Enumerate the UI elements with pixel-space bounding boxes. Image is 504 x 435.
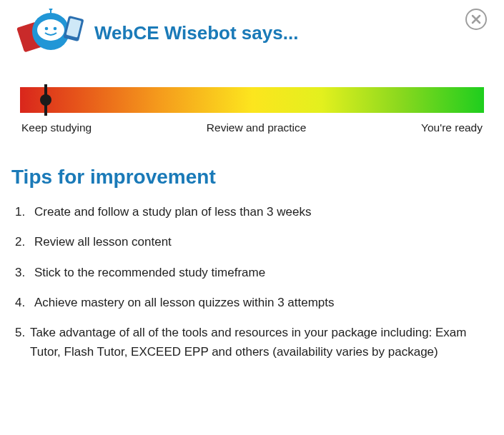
svg-point-4	[49, 9, 53, 11]
tips-list: Create and follow a study plan of less t…	[11, 197, 493, 367]
svg-point-5	[45, 27, 49, 31]
gauge-label-center: Review and practice	[207, 121, 307, 134]
list-item: Review all lesson content	[29, 227, 493, 257]
wisebot-mascot-icon	[11, 9, 90, 57]
tips-heading: Tips for improvement	[11, 166, 493, 189]
list-item: Achieve mastery on all lesson quizzes wi…	[29, 288, 493, 318]
gauge-bar	[20, 87, 484, 113]
gauge-label-left: Keep studying	[21, 121, 92, 134]
list-item: Create and follow a study plan of less t…	[29, 197, 493, 227]
gauge-labels: Keep studying Review and practice You're…	[20, 121, 484, 134]
readiness-gauge: Keep studying Review and practice You're…	[20, 87, 484, 134]
gauge-marker	[44, 84, 47, 116]
svg-point-6	[54, 27, 57, 31]
svg-point-2	[37, 19, 64, 41]
close-icon	[470, 14, 482, 25]
gauge-label-right: You're ready	[421, 121, 483, 134]
dialog-title: WebCE Wisebot says...	[94, 22, 298, 44]
list-item: Take advantage of all of the tools and r…	[29, 318, 493, 367]
close-button[interactable]	[465, 9, 487, 30]
header: WebCE Wisebot says...	[11, 9, 493, 57]
list-item: Stick to the recommended study timeframe	[29, 258, 493, 288]
